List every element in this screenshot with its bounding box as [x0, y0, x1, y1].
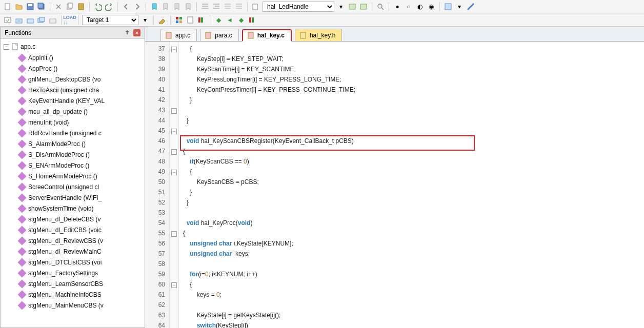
function-item[interactable]: S_DisArmModeProc () [4, 149, 143, 160]
tab-hal_key-c[interactable]: hal_key.c [242, 29, 292, 42]
all-breakpoint-icon[interactable]: ◉ [427, 2, 436, 11]
function-icon [18, 301, 27, 310]
kill-breakpoint-icon[interactable]: ◐ [415, 2, 425, 11]
function-item[interactable]: stgMenu_FactorySettings [4, 268, 143, 278]
function-icon [18, 215, 27, 223]
comment-icon[interactable] [223, 2, 232, 11]
collapse-icon[interactable]: − [4, 44, 9, 50]
clear-bookmark-icon[interactable] [184, 2, 193, 11]
config-icon[interactable] [466, 2, 475, 11]
open-folder-icon[interactable] [14, 2, 24, 11]
uncomment-icon[interactable] [234, 2, 244, 11]
goto-icon[interactable] [348, 2, 357, 11]
chevron-down-icon[interactable]: ▾ [140, 15, 150, 25]
function-label: ServerEventHandle (WIFI_ [28, 194, 102, 201]
function-item[interactable]: stgMenu_dl_ReviewCBS (v [4, 235, 143, 246]
function-item[interactable]: AppInit () [4, 52, 143, 63]
function-icon [18, 193, 27, 202]
function-item[interactable]: stgMenu_dl_EditCBS (voic [4, 224, 143, 235]
function-item[interactable]: KeyEventHandle (KEY_VAL [4, 95, 143, 106]
chevron-down-icon[interactable]: ▾ [336, 2, 346, 11]
function-item[interactable]: showSystemTime (void) [4, 203, 143, 214]
cut-icon[interactable] [54, 2, 63, 11]
new-file-icon[interactable] [3, 2, 12, 11]
code-text[interactable]: { KeyStep[i] = KEY_STEP_WAIT; KeyScanTim… [179, 42, 644, 328]
function-item[interactable]: S_HomeArmModeProc () [4, 171, 143, 181]
function-item[interactable]: menuInit (void) [4, 117, 143, 128]
function-label: menuInit (void) [28, 119, 69, 126]
breakpoint-icon[interactable]: ● [393, 2, 402, 11]
paste-icon[interactable] [76, 2, 86, 11]
svg-rect-9 [349, 4, 355, 9]
fold-gutter[interactable]: −−−−−−− [170, 42, 179, 328]
function-tree[interactable]: −app.cAppInit ()AppProc ()gnlMenu_Deskto… [1, 39, 145, 327]
function-item[interactable]: S_AlarmModeProc () [4, 138, 143, 149]
references-icon[interactable] [359, 2, 368, 11]
function-item[interactable]: mcu_all_dp_update () [4, 106, 143, 117]
svg-rect-30 [166, 32, 171, 38]
function-item[interactable]: RfdRcvHandle (unsigned c [4, 128, 143, 138]
build-icon[interactable] [14, 15, 24, 25]
svg-rect-2 [28, 4, 32, 6]
file-icon [247, 32, 254, 39]
options-icon[interactable] [157, 15, 167, 25]
green-diamond-icon[interactable]: ◆ [214, 15, 223, 25]
target-combo[interactable]: Target 1 [82, 15, 138, 25]
function-item[interactable]: stgMenu_LearnSensorCBS [4, 278, 143, 289]
download-icon[interactable]: LOAD↓↓ [65, 15, 74, 25]
back-icon[interactable] [122, 2, 131, 11]
function-item[interactable]: gnlMenu_DesktopCBS (vo [4, 74, 143, 85]
svg-rect-8 [253, 4, 257, 10]
file-ext-icon[interactable] [186, 15, 195, 25]
function-item[interactable]: stgMenu_DTCListCBS (voi [4, 257, 143, 268]
svg-rect-12 [445, 4, 451, 10]
save-all-icon[interactable] [37, 2, 46, 11]
undo-icon[interactable] [93, 2, 103, 11]
function-item[interactable]: stgMenu_dl_ReviewMainC [4, 246, 143, 257]
unindent-icon[interactable] [212, 2, 221, 11]
panel-titlebar: Functions × [1, 27, 145, 39]
copy-icon[interactable] [65, 2, 74, 11]
function-item[interactable]: ScreeControl (unsigned cl [4, 181, 143, 192]
window-icon[interactable] [444, 2, 453, 11]
function-item[interactable]: stgMenu_MainMenuCBS (v [4, 300, 143, 311]
function-label: S_DisArmModeProc () [28, 151, 90, 158]
save-icon[interactable] [26, 2, 35, 11]
indent-icon[interactable] [200, 2, 210, 11]
function-item[interactable]: stgMenu_MachineInfoCBS [4, 289, 143, 300]
prev-bookmark-icon[interactable] [161, 2, 170, 11]
svg-rect-24 [198, 17, 200, 23]
books2-icon[interactable] [248, 15, 257, 25]
function-icon [18, 204, 27, 213]
function-item[interactable]: AppProc () [4, 63, 143, 74]
code-pane[interactable]: 3738394041424344454647484950515253545556… [145, 42, 644, 328]
function-item[interactable]: HexToAscii (unsigned cha [4, 85, 143, 95]
function-item[interactable]: ServerEventHandle (WIFI_ [4, 192, 143, 203]
chevron-down-icon[interactable]: ▾ [455, 2, 464, 11]
redo-icon[interactable] [105, 2, 114, 11]
translate-icon[interactable] [3, 15, 12, 25]
disable-breakpoint-icon[interactable]: ○ [404, 2, 413, 11]
stop-build-icon[interactable] [48, 15, 57, 25]
manage-icon[interactable] [174, 15, 184, 25]
next-bookmark-icon[interactable] [172, 2, 182, 11]
tab-hal_key-h[interactable]: hal_key.h [295, 29, 342, 41]
function-combo[interactable]: hal_LedHandle [263, 2, 334, 12]
debug-find-icon[interactable] [376, 2, 385, 11]
function-item[interactable]: S_ENArmModeProc () [4, 160, 143, 171]
find-in-files-icon[interactable] [251, 2, 260, 11]
bookmark-icon[interactable] [150, 2, 159, 11]
close-panel-button[interactable]: × [133, 29, 140, 36]
batch-build-icon[interactable] [37, 15, 46, 25]
svg-rect-26 [249, 17, 251, 23]
rebuild-icon[interactable] [26, 15, 35, 25]
function-item[interactable]: stgMenu_dl_DeleteCBS (v [4, 214, 143, 224]
books-icon[interactable] [197, 15, 206, 25]
diamond-arrow-icon[interactable]: ◆ [236, 15, 246, 25]
back-arrow-icon[interactable]: ◄ [225, 15, 234, 25]
tab-para-c[interactable]: para.c [200, 29, 238, 41]
pin-icon[interactable] [124, 30, 130, 36]
tab-app-c[interactable]: app.c [160, 29, 197, 41]
forward-icon[interactable] [133, 2, 142, 11]
tree-root[interactable]: −app.c [4, 41, 143, 52]
